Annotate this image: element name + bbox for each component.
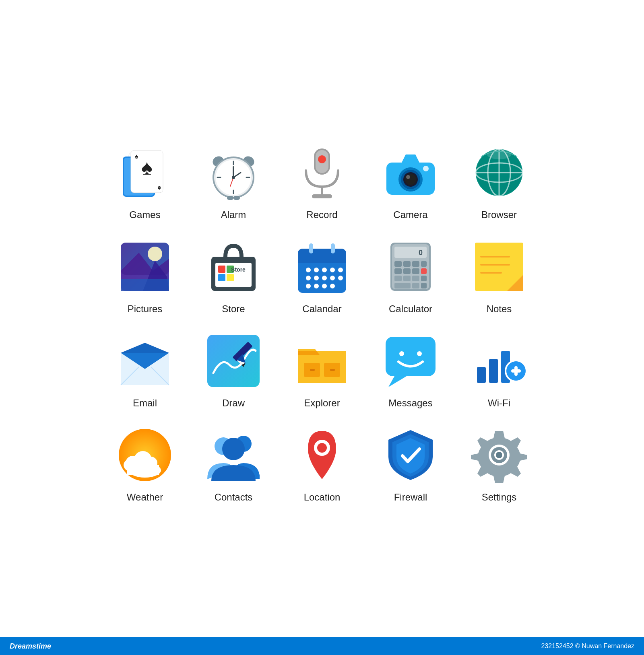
settings-label: Settings bbox=[482, 492, 517, 503]
settings-icon bbox=[469, 425, 529, 485]
footer: Dreamstime 232152452 © Nuwan Fernandez bbox=[0, 637, 644, 655]
svg-point-64 bbox=[306, 276, 311, 280]
svg-rect-89 bbox=[394, 283, 411, 288]
draw-item[interactable]: Draw bbox=[197, 331, 270, 409]
svg-point-66 bbox=[322, 276, 327, 280]
contacts-label: Contacts bbox=[215, 492, 253, 503]
footer-brand: Dreamstime bbox=[10, 642, 51, 651]
svg-rect-87 bbox=[412, 276, 419, 281]
contacts-icon bbox=[203, 425, 264, 485]
pictures-icon bbox=[115, 237, 175, 297]
calendar-item[interactable]: Calandar bbox=[286, 237, 358, 315]
svg-rect-108 bbox=[330, 369, 335, 371]
svg-rect-58 bbox=[331, 243, 335, 253]
notes-icon bbox=[469, 237, 529, 297]
svg-point-129 bbox=[222, 438, 245, 460]
main-content: ♠ ♠ ♠ Games bbox=[0, 0, 644, 637]
pictures-item[interactable]: Pictures bbox=[109, 237, 181, 315]
calculator-icon: 0 bbox=[380, 237, 441, 297]
svg-rect-21 bbox=[233, 196, 240, 200]
svg-rect-83 bbox=[412, 268, 419, 274]
alarm-label: Alarm bbox=[221, 209, 246, 220]
browser-item[interactable]: Browser bbox=[463, 142, 535, 220]
svg-point-112 bbox=[417, 351, 422, 356]
svg-point-33 bbox=[423, 166, 429, 171]
svg-point-60 bbox=[314, 268, 319, 272]
firewall-label: Firewall bbox=[394, 492, 427, 503]
wifi-item[interactable]: Wi-Fi bbox=[463, 331, 535, 409]
weather-item[interactable]: Weather bbox=[109, 425, 181, 503]
location-label: Location bbox=[304, 492, 341, 503]
store-icon: Store bbox=[203, 237, 264, 297]
svg-text:♠: ♠ bbox=[135, 153, 138, 160]
svg-rect-107 bbox=[310, 369, 315, 371]
svg-rect-57 bbox=[309, 243, 313, 253]
svg-rect-20 bbox=[227, 196, 233, 200]
camera-item[interactable]: Camera bbox=[374, 142, 447, 220]
footer-info: 232152452 © Nuwan Fernandez bbox=[541, 643, 634, 650]
pictures-label: Pictures bbox=[128, 303, 163, 315]
contacts-item[interactable]: Contacts bbox=[197, 425, 270, 503]
svg-point-111 bbox=[399, 351, 404, 356]
explorer-label: Explorer bbox=[304, 398, 340, 409]
svg-point-59 bbox=[306, 268, 311, 272]
svg-point-67 bbox=[330, 276, 335, 280]
svg-rect-77 bbox=[394, 261, 402, 267]
svg-point-70 bbox=[314, 284, 319, 288]
svg-point-69 bbox=[306, 284, 311, 288]
svg-point-43 bbox=[148, 247, 162, 261]
games-item[interactable]: ♠ ♠ ♠ Games bbox=[109, 142, 181, 220]
messages-item[interactable]: Messages bbox=[374, 331, 447, 409]
settings-item[interactable]: Settings bbox=[463, 425, 535, 503]
svg-rect-84 bbox=[421, 268, 427, 274]
svg-rect-99 bbox=[207, 335, 260, 387]
svg-point-135 bbox=[496, 452, 502, 458]
svg-rect-80 bbox=[421, 261, 427, 267]
svg-point-72 bbox=[330, 284, 335, 288]
email-item[interactable]: Email bbox=[109, 331, 181, 409]
record-item[interactable]: Record bbox=[286, 142, 358, 220]
record-icon bbox=[292, 142, 352, 203]
calculator-item[interactable]: 0 bbox=[374, 237, 447, 315]
svg-rect-88 bbox=[421, 276, 427, 281]
svg-text:♠: ♠ bbox=[141, 156, 153, 179]
alarm-item[interactable]: Alarm bbox=[197, 142, 270, 220]
svg-point-32 bbox=[406, 175, 410, 179]
explorer-item[interactable]: Explorer bbox=[286, 331, 358, 409]
svg-point-24 bbox=[318, 155, 326, 163]
svg-point-62 bbox=[330, 268, 335, 272]
svg-text:Store: Store bbox=[231, 266, 246, 273]
location-icon bbox=[292, 425, 352, 485]
svg-point-68 bbox=[338, 276, 343, 280]
games-icon: ♠ ♠ ♠ bbox=[115, 142, 175, 203]
messages-icon bbox=[380, 331, 441, 391]
notes-item[interactable]: Notes bbox=[463, 237, 535, 315]
svg-rect-52 bbox=[227, 274, 234, 281]
svg-marker-110 bbox=[388, 376, 407, 387]
messages-label: Messages bbox=[388, 398, 432, 409]
wifi-icon bbox=[469, 331, 529, 391]
store-item[interactable]: Store Store bbox=[197, 237, 270, 315]
svg-rect-81 bbox=[394, 268, 402, 274]
svg-text:0: 0 bbox=[419, 249, 423, 257]
svg-rect-109 bbox=[386, 337, 436, 376]
svg-rect-86 bbox=[403, 276, 411, 281]
svg-point-65 bbox=[314, 276, 319, 280]
svg-rect-46 bbox=[121, 279, 169, 291]
svg-rect-82 bbox=[403, 268, 411, 274]
svg-rect-56 bbox=[298, 257, 346, 263]
explorer-icon bbox=[292, 331, 352, 391]
svg-rect-90 bbox=[412, 283, 419, 288]
draw-label: Draw bbox=[222, 398, 245, 409]
email-label: Email bbox=[133, 398, 157, 409]
svg-rect-79 bbox=[412, 261, 419, 267]
firewall-item[interactable]: Firewall bbox=[374, 425, 447, 503]
email-icon bbox=[115, 331, 175, 391]
draw-icon bbox=[203, 331, 264, 391]
camera-label: Camera bbox=[393, 209, 427, 220]
location-item[interactable]: Location bbox=[286, 425, 358, 503]
weather-label: Weather bbox=[127, 492, 163, 503]
svg-rect-114 bbox=[489, 359, 498, 383]
svg-rect-78 bbox=[403, 261, 411, 267]
calculator-label: Calculator bbox=[389, 303, 432, 315]
